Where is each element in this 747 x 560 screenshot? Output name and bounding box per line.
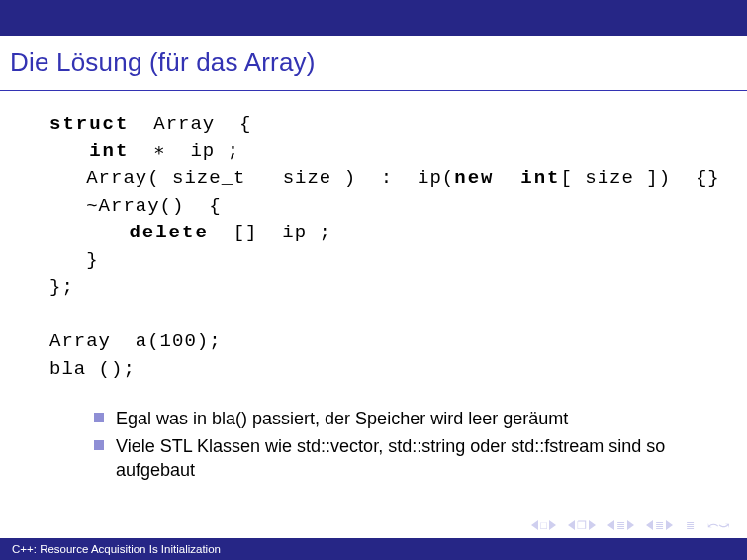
- code-l6: }: [49, 249, 99, 271]
- nav-goto-button[interactable]: ≣: [685, 520, 696, 531]
- code-l7: };: [49, 276, 74, 298]
- code-l4: ~Array() {: [49, 195, 222, 217]
- list-item: Egal was in bla() passiert, der Speicher…: [94, 407, 698, 430]
- kw-delete: delete: [49, 222, 209, 243]
- nav-back-forward-button[interactable]: ⤺⤻: [707, 517, 729, 533]
- kw-struct: struct: [49, 113, 129, 135]
- bullet-list: Egal was in bla() passiert, der Speicher…: [49, 407, 698, 482]
- bullet-text: Viele STL Klassen wie std::vector, std::…: [116, 434, 698, 483]
- top-bar: [0, 0, 747, 36]
- code-l1b: Array {: [129, 113, 251, 135]
- list-item: Viele STL Klassen wie std::vector, std::…: [94, 434, 698, 483]
- slide-content: struct Array { int ∗ ip ; Array( size_t …: [0, 91, 747, 482]
- code-l10: bla ();: [49, 358, 136, 380]
- code-l3a: Array( size_t size ) : ip(: [49, 167, 454, 189]
- title-bar: Die Lösung (für das Array): [0, 36, 747, 91]
- beamer-nav: □ ❐ ≣ ≣ ≣ ⤺⤻: [531, 517, 729, 533]
- kw-int-1: int: [49, 140, 129, 162]
- code-l3d: [ size ]) {}: [561, 167, 720, 189]
- nav-next-slide-button[interactable]: ≣: [646, 520, 673, 531]
- code-block: struct Array { int ∗ ip ; Array( size_t …: [49, 111, 698, 383]
- nav-prev-slide-button[interactable]: ≣: [607, 520, 634, 531]
- bullet-icon: [94, 440, 104, 450]
- kw-new: new: [454, 167, 494, 189]
- bullet-text: Egal was in bla() passiert, der Speicher…: [116, 407, 568, 430]
- code-l2b: ∗ ip ;: [129, 140, 239, 162]
- bullet-icon: [94, 413, 104, 422]
- nav-first-button[interactable]: □: [531, 520, 556, 531]
- nav-prev-section-button[interactable]: ❐: [568, 520, 596, 531]
- kw-int-2: int: [494, 167, 560, 189]
- footer-bar: C++: Resource Acquisition Is Initializat…: [0, 538, 747, 560]
- code-l5b: [] ip ;: [209, 222, 331, 243]
- slide-title: Die Lösung (für das Array): [10, 47, 316, 78]
- footer-text: C++: Resource Acquisition Is Initializat…: [12, 543, 221, 555]
- code-l9: Array a(100);: [49, 330, 222, 352]
